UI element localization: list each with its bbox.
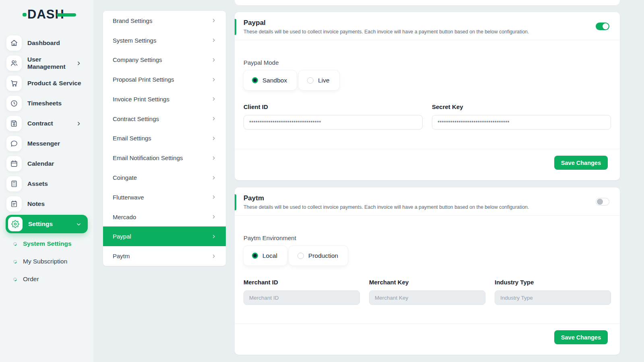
calculator-icon xyxy=(6,176,22,191)
sidebar-item-messenger[interactable]: Messenger xyxy=(0,134,93,154)
sidebar-subitem-my-subscription[interactable]: My Subscription xyxy=(0,253,93,270)
sidebar-subitem-order[interactable]: Order xyxy=(0,270,93,288)
gear-icon xyxy=(8,217,23,231)
paypal-mode-label: Paypal Mode xyxy=(244,59,611,66)
paytm-enable-toggle[interactable] xyxy=(596,198,609,206)
paytm-save-changes-button[interactable]: Save Changes xyxy=(554,330,608,344)
sidebar-subitem-label: Order xyxy=(23,276,39,283)
merchant-id-label: Merchant ID xyxy=(244,279,360,286)
settings-menu-item-flutterwave[interactable]: Flutterwave xyxy=(103,187,226,207)
radio-unselected-icon[interactable] xyxy=(307,77,314,84)
local-option[interactable]: Local xyxy=(244,246,287,265)
chat-icon xyxy=(6,136,22,151)
settings-menu-item-paypal[interactable]: Paypal xyxy=(103,226,226,246)
industry-type-input[interactable] xyxy=(495,290,611,305)
sidebar-item-timesheets[interactable]: Timesheets xyxy=(0,93,93,113)
sidebar-subitem-label: My Subscription xyxy=(23,258,67,265)
client-id-field-group: Client ID xyxy=(244,103,423,130)
chevron-right-icon xyxy=(211,38,216,43)
settings-menu-item-coingate[interactable]: Coingate xyxy=(103,168,226,187)
paypal-settings-card: Paypal These details will be used to col… xyxy=(235,12,620,180)
settings-menu-item-label: Paypal xyxy=(113,233,131,240)
settings-menu-item-invoice-print-settings[interactable]: Invoice Print Settings xyxy=(103,89,226,109)
industry-type-field-group: Industry Type xyxy=(495,279,611,305)
logo-accent-bar xyxy=(57,13,76,16)
chevron-right-icon xyxy=(211,58,216,62)
settings-menu-item-label: Mercado xyxy=(113,214,136,220)
sidebar-item-label: Settings xyxy=(28,220,53,228)
sidebar-item-label: User Management xyxy=(27,56,76,70)
merchant-key-input[interactable] xyxy=(369,290,485,305)
paytm-fields-row: Merchant ID Merchant Key Industry Type xyxy=(244,279,611,305)
settings-menu-item-label: Paytm xyxy=(113,253,130,259)
chevron-right-icon xyxy=(211,136,216,141)
settings-menu-item-email-settings[interactable]: Email Settings xyxy=(103,129,226,148)
calendar-icon xyxy=(6,156,22,171)
home-icon xyxy=(6,35,22,51)
settings-menu-item-mercado[interactable]: Mercado xyxy=(103,207,226,227)
live-option[interactable]: Live xyxy=(299,70,339,90)
sidebar-item-contract[interactable]: Contract xyxy=(0,113,93,134)
settings-menu-item-company-settings[interactable]: Company Settings xyxy=(103,50,226,70)
paytm-card-header: Paytm These details will be used to coll… xyxy=(235,187,620,216)
radio-option-label: Sandbox xyxy=(262,77,287,84)
header-accent-bar xyxy=(235,19,236,35)
sidebar-item-label: Contract xyxy=(27,120,53,127)
chevron-right-icon xyxy=(211,254,216,259)
contract-icon xyxy=(6,116,22,131)
brand-logo[interactable]: DASH xyxy=(23,6,76,23)
radio-unselected-icon[interactable] xyxy=(297,253,304,259)
paypal-fields-row: Client ID Secret Key xyxy=(244,103,611,130)
sidebar-item-dashboard[interactable]: Dashboard xyxy=(0,33,93,53)
settings-menu-item-email-notification-settings[interactable]: Email Notification Settings xyxy=(103,148,226,168)
settings-menu-item-label: Email Notification Settings xyxy=(113,154,183,161)
settings-menu-item-brand-settings[interactable]: Brand Settings xyxy=(103,11,226,31)
chevron-right-icon xyxy=(211,116,216,121)
clock-icon xyxy=(6,96,22,111)
sidebar-item-label: Calendar xyxy=(27,160,54,167)
merchant-key-field-group: Merchant Key xyxy=(369,279,485,305)
secret-key-label: Secret Key xyxy=(432,103,611,110)
bullet-icon xyxy=(12,259,17,264)
chevron-right-icon xyxy=(211,175,216,180)
chevron-right-icon xyxy=(211,195,216,200)
sidebar-item-notes[interactable]: Notes xyxy=(0,194,93,214)
radio-selected-icon[interactable] xyxy=(252,77,258,83)
sidebar-item-assets[interactable]: Assets xyxy=(0,174,93,194)
settings-menu-item-system-settings[interactable]: System Settings xyxy=(103,31,226,50)
merchant-key-label: Merchant Key xyxy=(369,279,485,286)
secret-key-input[interactable] xyxy=(432,115,611,130)
settings-menu-item-label: System Settings xyxy=(113,37,156,44)
production-option[interactable]: Production xyxy=(289,246,348,265)
radio-selected-icon[interactable] xyxy=(252,253,258,259)
sidebar-nav: Dashboard User Management Product & Serv… xyxy=(0,33,93,234)
settings-menu-panel: Brand Settings System Settings Company S… xyxy=(103,11,226,266)
sidebar-item-label: Timesheets xyxy=(27,100,62,107)
sidebar-item-settings[interactable]: Settings xyxy=(6,215,88,233)
radio-option-label: Live xyxy=(318,77,329,84)
secret-key-field-group: Secret Key xyxy=(432,103,611,130)
chevron-right-icon xyxy=(211,234,216,239)
chevron-right-icon xyxy=(76,121,81,126)
settings-menu-item-paytm[interactable]: Paytm xyxy=(103,246,226,266)
paypal-enable-toggle[interactable] xyxy=(596,23,609,30)
settings-menu-item-proposal-print-settings[interactable]: Proposal Print Settings xyxy=(103,70,226,89)
settings-menu-item-label: Coingate xyxy=(113,174,137,181)
chevron-right-icon xyxy=(211,77,216,82)
client-id-label: Client ID xyxy=(244,103,423,110)
sidebar-subitem-system-settings[interactable]: System Settings xyxy=(0,235,93,253)
paypal-save-changes-button[interactable]: Save Changes xyxy=(554,156,608,170)
settings-menu-item-contract-settings[interactable]: Contract Settings xyxy=(103,109,226,129)
sandbox-option[interactable]: Sandbox xyxy=(244,70,297,90)
chevron-right-icon xyxy=(211,18,216,23)
merchant-id-input[interactable] xyxy=(244,290,360,305)
paytm-environment-label: Paytm Environment xyxy=(244,234,611,242)
sidebar-item-user-management[interactable]: User Management xyxy=(0,53,93,73)
chevron-down-icon xyxy=(76,222,81,227)
sidebar-item-calendar[interactable]: Calendar xyxy=(0,154,93,174)
sidebar-item-product-service[interactable]: Product & Service xyxy=(0,73,93,93)
card-title: Paytm xyxy=(244,194,610,202)
client-id-input[interactable] xyxy=(244,115,423,130)
settings-menu-item-label: Brand Settings xyxy=(113,17,152,24)
sidebar-item-label: Product & Service xyxy=(27,80,81,87)
